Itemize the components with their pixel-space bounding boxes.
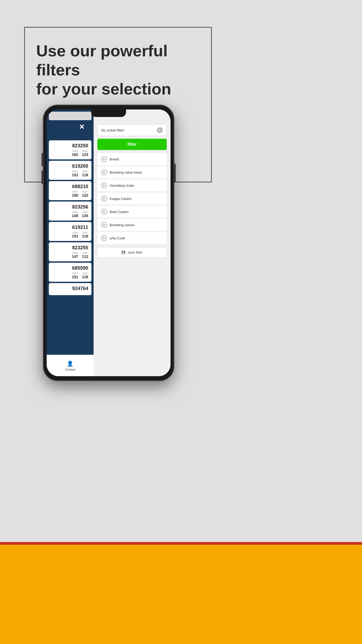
menu-item-breeding-values[interactable]: Breeding values (97, 219, 167, 231)
menu-item-hereditary-traits-label: Hereditary traits (110, 184, 134, 188)
filter-panel: No active filter! ▼ filter Breed (94, 109, 171, 376)
menu-item-breeding-values-label: Breeding values (110, 223, 135, 227)
breeding-values-icon (101, 222, 107, 228)
save-filter-label: save filter (128, 250, 143, 254)
volume-up-button (42, 153, 43, 166)
breeding-value-basis-icon (101, 169, 107, 175)
kappa-casein-icon (101, 196, 107, 202)
beta-casein-icon (101, 209, 107, 215)
list-item[interactable]: 688210 RZM 150 RZE 122 (49, 181, 91, 200)
list-item[interactable]: 685590 RZM 151 RZE 118 (49, 263, 91, 282)
menu-item-kappa-casein[interactable]: Kappa Casein (97, 193, 167, 204)
breed-icon (101, 156, 107, 162)
list-item[interactable]: 823250 RZM 162 RZE 123 (49, 140, 91, 159)
menu-item-hereditary-traits[interactable]: Hereditary traits (97, 180, 167, 191)
filter-button-label: filter (127, 142, 137, 147)
dropdown-arrow-icon: ▼ (157, 127, 163, 133)
list-item[interactable]: 619211 RZM 151 RZE 116 (49, 222, 91, 241)
rze-stat: RZE 123 (82, 150, 88, 157)
aaa-code-icon (101, 235, 107, 241)
phone-frame: ✕ 823250 RZM 162 RZE 123 (43, 105, 174, 381)
list-item[interactable]: 823255 RZM 147 RZE 112 (49, 242, 91, 261)
list-item[interactable]: 924764 (49, 283, 91, 295)
contact-icon: 👤 (67, 360, 73, 367)
phone-notch (91, 109, 126, 117)
contact-label[interactable]: Contact (65, 368, 75, 371)
filter-dropdown-label: No active filter! (101, 128, 124, 132)
save-icon: 💾 (121, 251, 125, 254)
power-button (174, 164, 176, 182)
yellow-bottom (0, 545, 362, 644)
menu-item-aaa-code[interactable]: aAa Code (97, 232, 167, 244)
menu-item-breeding-value-basis[interactable]: Breeding value basis (97, 166, 167, 178)
hereditary-traits-icon (101, 182, 107, 188)
phone-mockup: ✕ 823250 RZM 162 RZE 123 (43, 105, 174, 381)
main-heading: Use our powerful filtersfor your selecti… (36, 42, 202, 98)
menu-item-beta-casein[interactable]: Beta Casein (97, 206, 167, 218)
filter-dropdown[interactable]: No active filter! ▼ (97, 124, 167, 136)
menu-item-breeding-value-basis-label: Breeding value basis (110, 170, 142, 174)
filter-button[interactable]: filter (97, 139, 167, 150)
menu-item-breed[interactable]: Breed (97, 153, 167, 165)
menu-item-beta-casein-label: Beta Casein (110, 210, 129, 214)
menu-item-aaa-code-label: aAa Code (110, 236, 125, 240)
save-filter-button[interactable]: 💾 save filter (97, 247, 167, 258)
menu-item-kappa-casein-label: Kappa Casein (110, 197, 132, 201)
menu-item-breed-label: Breed (110, 157, 119, 161)
animal-list: 823250 RZM 162 RZE 123 (47, 139, 94, 297)
volume-down-button (42, 170, 43, 184)
close-button[interactable]: ✕ (79, 123, 85, 131)
search-bar[interactable] (49, 112, 91, 120)
rzm-stat: RZM 162 (72, 150, 78, 157)
list-item[interactable]: 619200 RZM 151 RZE 116 (49, 161, 91, 180)
phone-screen: ✕ 823250 RZM 162 RZE 123 (47, 109, 171, 376)
left-panel: ✕ 823250 RZM 162 RZE 123 (47, 109, 94, 376)
bottom-nav: 👤 Contact (47, 355, 94, 376)
list-item[interactable]: 823256 RZM 145 RZE 135 (49, 202, 91, 221)
